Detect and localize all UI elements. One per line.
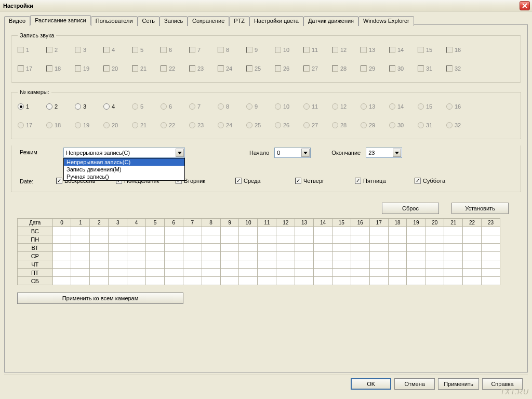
schedule-cell[interactable] [239, 277, 258, 285]
schedule-cell[interactable] [202, 252, 220, 260]
schedule-cell[interactable] [146, 260, 165, 269]
schedule-cell[interactable] [52, 227, 71, 235]
schedule-cell[interactable] [90, 227, 109, 235]
tab-9[interactable]: Windows Explorer [358, 16, 414, 26]
schedule-cell[interactable] [295, 277, 314, 285]
schedule-cell[interactable] [127, 252, 146, 260]
schedule-cell[interactable] [332, 252, 351, 260]
schedule-cell[interactable] [52, 269, 71, 277]
schedule-cell[interactable] [220, 227, 239, 235]
schedule-cell[interactable] [314, 252, 332, 260]
schedule-cell[interactable] [202, 269, 220, 277]
schedule-cell[interactable] [258, 244, 276, 252]
tab-5[interactable]: Сохранение [188, 16, 229, 26]
schedule-cell[interactable] [463, 235, 482, 244]
schedule-cell[interactable] [407, 269, 425, 277]
day-checkbox-4[interactable]: Четверг [295, 178, 355, 184]
tab-8[interactable]: Датчик движения [303, 16, 358, 26]
schedule-cell[interactable] [295, 244, 314, 252]
tab-1[interactable]: Расписание записи [30, 15, 91, 25]
schedule-cell[interactable] [71, 260, 90, 269]
start-combo[interactable]: 0 [274, 148, 311, 158]
schedule-cell[interactable] [351, 252, 369, 260]
schedule-cell[interactable] [220, 235, 239, 244]
schedule-cell[interactable] [146, 227, 165, 235]
mode-option-1[interactable]: Запись движения(M) [64, 166, 184, 173]
schedule-cell[interactable] [425, 227, 444, 235]
schedule-cell[interactable] [258, 269, 276, 277]
camera-radio-4[interactable]: 4 [103, 103, 132, 110]
schedule-cell[interactable] [146, 277, 165, 285]
schedule-cell[interactable] [52, 235, 71, 244]
schedule-cell[interactable] [276, 235, 295, 244]
schedule-cell[interactable] [164, 277, 183, 285]
schedule-cell[interactable] [369, 252, 388, 260]
schedule-cell[interactable] [407, 252, 425, 260]
schedule-cell[interactable] [482, 252, 500, 260]
schedule-cell[interactable] [183, 235, 202, 244]
schedule-cell[interactable] [444, 235, 463, 244]
schedule-cell[interactable] [109, 235, 127, 244]
schedule-cell[interactable] [314, 227, 332, 235]
schedule-cell[interactable] [164, 260, 183, 269]
schedule-cell[interactable] [220, 244, 239, 252]
schedule-cell[interactable] [52, 277, 71, 285]
schedule-cell[interactable] [314, 235, 332, 244]
schedule-cell[interactable] [109, 277, 127, 285]
schedule-cell[interactable] [444, 260, 463, 269]
schedule-cell[interactable] [202, 227, 220, 235]
schedule-cell[interactable] [239, 227, 258, 235]
schedule-cell[interactable] [239, 260, 258, 269]
schedule-cell[interactable] [444, 252, 463, 260]
schedule-cell[interactable] [183, 244, 202, 252]
schedule-cell[interactable] [276, 260, 295, 269]
schedule-cell[interactable] [332, 269, 351, 277]
apply-button[interactable]: Применить [438, 378, 479, 390]
schedule-cell[interactable] [71, 252, 90, 260]
help-button[interactable]: Справка [482, 378, 523, 390]
schedule-cell[interactable] [407, 277, 425, 285]
schedule-cell[interactable] [388, 244, 407, 252]
schedule-cell[interactable] [164, 252, 183, 260]
tab-3[interactable]: Сеть [138, 16, 159, 26]
schedule-cell[interactable] [146, 269, 165, 277]
schedule-cell[interactable] [258, 252, 276, 260]
schedule-cell[interactable] [314, 277, 332, 285]
mode-option-0[interactable]: Непрерывная запись(C) [64, 158, 184, 166]
schedule-cell[interactable] [202, 244, 220, 252]
schedule-cell[interactable] [482, 277, 500, 285]
schedule-cell[interactable] [463, 277, 482, 285]
schedule-cell[interactable] [220, 252, 239, 260]
schedule-cell[interactable] [332, 235, 351, 244]
schedule-cell[interactable] [314, 269, 332, 277]
schedule-cell[interactable] [425, 269, 444, 277]
cancel-button[interactable]: Отмена [394, 378, 435, 390]
schedule-cell[interactable] [332, 227, 351, 235]
schedule-cell[interactable] [314, 244, 332, 252]
schedule-cell[interactable] [202, 260, 220, 269]
schedule-cell[interactable] [425, 260, 444, 269]
schedule-cell[interactable] [369, 269, 388, 277]
schedule-cell[interactable] [351, 244, 369, 252]
schedule-cell[interactable] [183, 252, 202, 260]
schedule-cell[interactable] [258, 227, 276, 235]
schedule-cell[interactable] [388, 260, 407, 269]
schedule-cell[interactable] [202, 235, 220, 244]
schedule-cell[interactable] [90, 244, 109, 252]
schedule-cell[interactable] [295, 269, 314, 277]
schedule-cell[interactable] [276, 227, 295, 235]
tab-4[interactable]: Запись [159, 16, 188, 26]
schedule-cell[interactable] [369, 244, 388, 252]
schedule-cell[interactable] [369, 260, 388, 269]
schedule-cell[interactable] [258, 277, 276, 285]
schedule-cell[interactable] [276, 269, 295, 277]
schedule-cell[interactable] [332, 277, 351, 285]
mode-option-2[interactable]: Ручная запись() [64, 173, 184, 180]
schedule-cell[interactable] [90, 277, 109, 285]
schedule-cell[interactable] [239, 269, 258, 277]
day-checkbox-3[interactable]: Среда [235, 178, 295, 184]
day-checkbox-5[interactable]: Пятница [355, 178, 415, 184]
schedule-cell[interactable] [183, 260, 202, 269]
schedule-cell[interactable] [295, 227, 314, 235]
schedule-cell[interactable] [109, 252, 127, 260]
